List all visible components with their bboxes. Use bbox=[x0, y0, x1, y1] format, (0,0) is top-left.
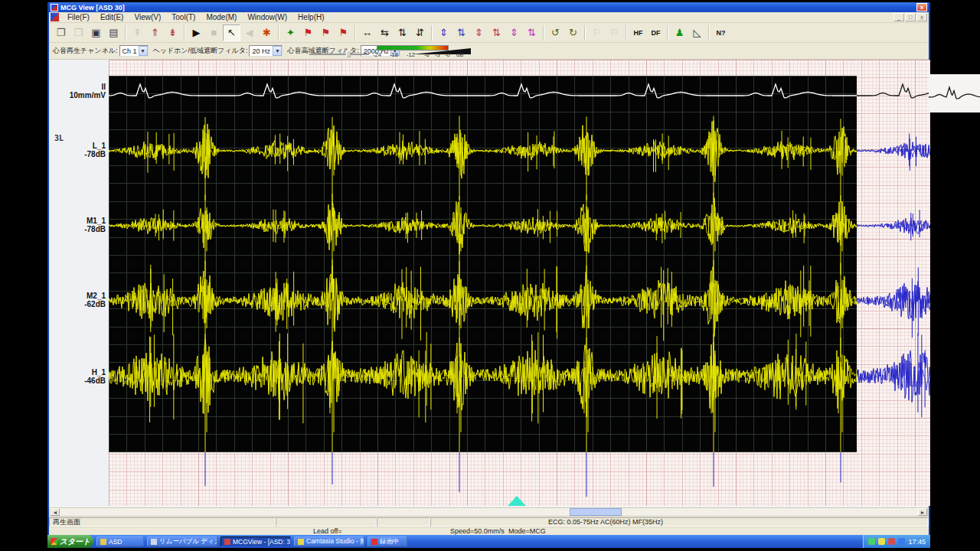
amp-down-blue-button[interactable]: ⇅ bbox=[452, 24, 470, 41]
channel-label-h_1: H_1-46dB bbox=[49, 368, 106, 385]
playback-channel-select[interactable]: Ch 1 ▼ bbox=[119, 45, 149, 57]
amp-up-red-button[interactable]: ⇕ bbox=[470, 24, 488, 41]
vu-tick-label: -3 bbox=[435, 51, 440, 58]
play-button[interactable]: ▶ bbox=[188, 24, 205, 41]
annotate-button[interactable]: ◺ bbox=[688, 24, 706, 41]
start-button[interactable]: スタート bbox=[47, 535, 93, 548]
menu-item-3[interactable]: View(V) bbox=[129, 12, 166, 22]
save-button[interactable]: ▣ bbox=[87, 24, 105, 41]
pan-step-button[interactable]: ↔ bbox=[358, 24, 376, 41]
rotate-left-button[interactable]: ↺ bbox=[547, 24, 564, 41]
toolbar-separator bbox=[667, 25, 668, 41]
toolbar-separator bbox=[184, 25, 185, 41]
mdi-minimize-button[interactable]: _ bbox=[893, 13, 904, 21]
flag-button-3[interactable]: ⚑ bbox=[335, 24, 352, 41]
menu-item-1[interactable]: File(F) bbox=[62, 12, 95, 22]
task-button-5[interactable]: 録画中 bbox=[368, 536, 407, 546]
task-button-4[interactable]: Camtasia Studio - 無... bbox=[294, 536, 364, 546]
toolbar-separator bbox=[708, 25, 710, 41]
toolbar-separator bbox=[543, 25, 544, 41]
menu-item-5[interactable]: Mode(M) bbox=[201, 12, 242, 22]
amp-up-magenta-button[interactable]: ⇕ bbox=[505, 24, 523, 41]
volume-slider-thumb[interactable] bbox=[346, 51, 351, 57]
channel-label-m1_1: M1_1-78dB bbox=[49, 217, 106, 233]
vu-tick-label: -6 bbox=[424, 51, 430, 58]
volume-slider-track[interactable] bbox=[309, 54, 369, 55]
waveform-plot[interactable] bbox=[109, 60, 930, 506]
menu-item-4[interactable]: Tool(T) bbox=[166, 12, 201, 22]
tray-icon-1[interactable] bbox=[868, 538, 875, 545]
open-file-button[interactable]: ❒ bbox=[70, 24, 87, 41]
status-bar: 再生画面 ECG: 0.05-75Hz AC(60Hz) MF(35Hz) bbox=[49, 517, 929, 527]
hf-filter-button[interactable]: HF bbox=[629, 24, 647, 41]
desktop: MCG View [ASD 30] x File(F)Edit(E)View(V… bbox=[0, 0, 980, 551]
channel-label-m2_1: M2_1-62dB bbox=[49, 292, 106, 308]
df-filter-button[interactable]: DF bbox=[647, 24, 665, 41]
windows-logo-icon bbox=[51, 538, 57, 545]
toolbar-separator bbox=[354, 25, 356, 41]
task-icon bbox=[298, 539, 304, 545]
time-zoom-out-button[interactable]: ⇵ bbox=[411, 24, 429, 41]
flag-button-2[interactable]: ⚑ bbox=[317, 24, 335, 41]
task-button-1[interactable]: ASD bbox=[96, 536, 144, 546]
status-ecg-panel: ECG: 0.05-75Hz AC(60Hz) MF(35Hz) bbox=[430, 517, 929, 527]
windows-taskbar: スタート ASDリムーバブル ディスク (F:)MCGView - [ASD: … bbox=[47, 535, 930, 548]
menu-bar: File(F)Edit(E)View(V)Tool(T)Mode(M)Windo… bbox=[49, 12, 929, 23]
select-cursor-button[interactable]: ↖ bbox=[223, 24, 240, 41]
scrollbar-thumb[interactable] bbox=[570, 508, 622, 516]
scroll-left-button[interactable]: ◄ bbox=[51, 508, 60, 516]
marker-flag-button-1[interactable]: ⚐ bbox=[588, 24, 606, 41]
chevron-down-icon[interactable]: ▼ bbox=[139, 46, 148, 56]
menu-item-7[interactable]: Help(H) bbox=[292, 12, 329, 22]
marker-flag-button-2[interactable]: ⚐ bbox=[606, 24, 623, 41]
help-button[interactable]: N? bbox=[712, 24, 730, 41]
close-button[interactable]: x bbox=[916, 3, 927, 11]
amp-down-magenta-button[interactable]: ⇅ bbox=[523, 24, 541, 41]
window-title: MCG View [ASD 30] bbox=[60, 4, 125, 11]
channel-label-ii: II10mm/mV bbox=[49, 83, 106, 99]
audio-toolbar: 心音再生チャンネル: Ch 1 ▼ ヘッドホン/低域遮断フィルタ: 20 Hz … bbox=[49, 43, 929, 60]
status-panel-2 bbox=[276, 517, 377, 527]
tray-icon-3[interactable] bbox=[888, 538, 895, 545]
export-red-button[interactable]: ⇟ bbox=[164, 24, 181, 41]
mdi-close-button[interactable]: x bbox=[916, 13, 927, 21]
time-zoom-in-button[interactable]: ⇅ bbox=[394, 24, 411, 41]
lowcut-filter-select[interactable]: 20 Hz ▼ bbox=[249, 45, 283, 57]
task-button-3[interactable]: MCGView - [ASD: 3... bbox=[220, 536, 291, 546]
patient-button[interactable]: ♟ bbox=[671, 24, 688, 41]
toolbar-separator bbox=[584, 25, 586, 41]
taskbar-clock: 17:45 bbox=[908, 538, 926, 546]
mdi-window-controls: _□x bbox=[893, 13, 927, 21]
marker-star-button[interactable]: ✱ bbox=[258, 24, 276, 41]
task-button-2[interactable]: リムーバブル ディスク (F:) bbox=[147, 536, 217, 546]
print-button[interactable]: ▤ bbox=[105, 24, 122, 41]
flag-button-1[interactable]: ⚑ bbox=[299, 24, 317, 41]
main-toolbar: ❐❒▣▤⇞⇑⇟▶■↖◀✱✦⚑⚑⚑↔⇆⇅⇵⇕⇅⇕⇅⇕⇅↺↻⚐⚐HFDF♟◺N? bbox=[49, 23, 929, 43]
amp-up-blue-button[interactable]: ⇕ bbox=[435, 24, 452, 41]
title-bar[interactable]: MCG View [ASD 30] x bbox=[49, 2, 929, 12]
audio-button[interactable]: ◀ bbox=[240, 24, 258, 41]
menu-item-2[interactable]: Edit(E) bbox=[95, 12, 129, 22]
rotate-right-button[interactable]: ↻ bbox=[564, 24, 582, 41]
page-export-button[interactable]: ⇞ bbox=[129, 24, 146, 41]
tray-icon-4[interactable] bbox=[898, 538, 905, 545]
system-tray: 17:45 bbox=[863, 535, 930, 548]
scroll-right-button[interactable]: ► bbox=[918, 508, 927, 516]
vu-tick-label: -12 bbox=[407, 51, 415, 58]
new-file-button[interactable]: ❐ bbox=[52, 24, 70, 41]
menu-item-6[interactable]: Window(W) bbox=[242, 12, 292, 22]
toolbar-separator bbox=[125, 25, 126, 41]
auto-run-button[interactable]: ✦ bbox=[282, 24, 299, 41]
amp-down-red-button[interactable]: ⇅ bbox=[488, 24, 505, 41]
status-panel-3 bbox=[377, 517, 430, 527]
pan-page-button[interactable]: ⇆ bbox=[376, 24, 394, 41]
tray-icon-2[interactable] bbox=[878, 538, 885, 545]
import-red-button[interactable]: ⇑ bbox=[146, 24, 164, 41]
vu-tick-label: -18 bbox=[390, 51, 398, 58]
horizontal-scrollbar[interactable]: ◄ ► bbox=[50, 507, 928, 517]
toolbar-separator bbox=[431, 25, 433, 41]
vu-tick-label: dB bbox=[456, 51, 463, 58]
mdi-restore-button[interactable]: □ bbox=[905, 13, 916, 21]
chevron-down-icon[interactable]: ▼ bbox=[273, 46, 282, 56]
stop-button[interactable]: ■ bbox=[205, 24, 223, 41]
